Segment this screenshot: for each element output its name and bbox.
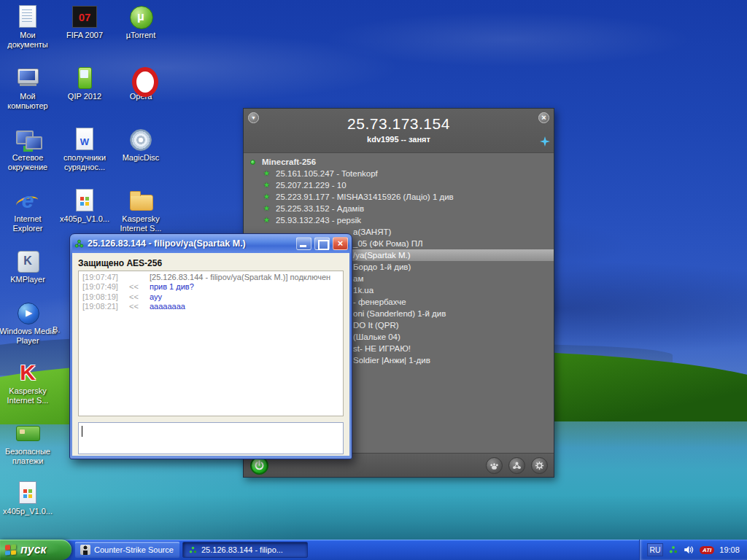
icon-label: Kaspersky Internet S... [0, 386, 55, 405]
member-row[interactable]: 25.223.91.177 - MISHA31415926 (Лаціо) 1 … [244, 191, 554, 203]
language-indicator[interactable]: RU [647, 543, 663, 556]
member-online-star-icon [263, 168, 270, 179]
settings-button[interactable] [531, 457, 548, 474]
fifa-2007-icon: 07 [72, 4, 97, 29]
setup-file-icon [15, 481, 40, 505]
minimize-button[interactable] [296, 237, 311, 250]
close-button[interactable] [333, 237, 348, 250]
message-direction: << [129, 302, 150, 311]
sparkle-icon [540, 136, 550, 147]
desktop-icon-fifa-2007[interactable]: 07 FIFA 2007 [57, 4, 112, 40]
taskbar: пуск Counter-Strike Source 25.126.83.144… [0, 540, 747, 560]
member-row[interactable]: 25.225.33.152 - Адамів [244, 203, 554, 214]
desktop-icon-kmplayer[interactable]: K KMPlayer [0, 249, 55, 284]
hamachi-menu-button[interactable] [248, 112, 259, 123]
encryption-status: Защищено AES-256 [72, 253, 349, 271]
chat-message: [19:07:49] << прив 1 див? [82, 282, 339, 292]
icon-label: Безопасные платежи [0, 447, 55, 465]
message-text: ауу [150, 292, 162, 302]
member-row[interactable]: 25.207.21.229 - 10 [244, 179, 554, 191]
start-button[interactable]: пуск [0, 540, 71, 560]
hamachi-own-ip: 25.73.173.154 [244, 109, 554, 133]
kmplayer-icon: K [15, 249, 40, 273]
message-direction [129, 273, 150, 282]
taskbar-task-chat-active[interactable]: 25.126.83.144 - filipo... [182, 542, 308, 558]
icon-label: Internet Explorer [0, 214, 55, 233]
folder-icon [128, 188, 153, 213]
desktop-icon-kaspersky-folder[interactable]: Kaspersky Internet S... [113, 188, 169, 233]
my-computer-icon [15, 66, 40, 90]
icon-label: Мой компьютер [0, 92, 55, 110]
volume-icon[interactable] [684, 545, 694, 555]
internet-explorer-icon: e [15, 188, 40, 213]
message-direction: << [129, 292, 150, 302]
message-direction: << [129, 282, 150, 292]
text-caret [82, 426, 82, 437]
chat-message: [19:08:19] << ауу [82, 292, 339, 302]
safe-payments-icon [15, 421, 40, 446]
icon-label: Мои документы [0, 31, 55, 49]
icon-label: Сетевое окружение [0, 153, 55, 171]
network-places-icon [15, 127, 40, 152]
desktop-icon-utorrent[interactable]: µ µTorrent [113, 4, 169, 40]
desktop-icon-x405p-2[interactable]: x405p_V1.0... [0, 481, 55, 516]
desktop-icon-word-document[interactable]: W сполучники суряднос... [57, 127, 112, 171]
icon-label: Kaspersky Internet S... [113, 214, 169, 233]
partially-hidden-icon-label[interactable]: B. [53, 325, 60, 334]
power-icon [254, 460, 265, 471]
desktop-icon-opera[interactable]: Opera [113, 66, 169, 101]
network-row[interactable]: Minecraft-256 [244, 156, 554, 168]
start-button-label: пуск [20, 543, 47, 556]
desktop-icon-my-computer[interactable]: Мой компьютер [0, 66, 55, 110]
desktop-icon-internet-explorer[interactable]: e Internet Explorer [0, 188, 55, 233]
gear-icon [534, 460, 545, 471]
hamachi-logo-icon [74, 238, 85, 249]
magicdisc-icon [128, 127, 153, 152]
member-online-star-icon [263, 214, 270, 226]
setup-file-icon [72, 188, 97, 213]
member-online-star-icon [263, 203, 270, 214]
message-text: прив 1 див? [150, 282, 194, 292]
ati-tray-icon[interactable]: ATI [700, 546, 714, 554]
counter-strike-icon [80, 545, 90, 555]
icon-label: Windows Media Player [0, 327, 57, 345]
desktop-icon-windows-media-player[interactable]: ▶ Windows Media Player [0, 300, 55, 345]
system-tray: RU ATI 19:08 [639, 540, 747, 560]
hamachi-header: 25.73.173.154 kdv1995 -- занят [244, 109, 554, 153]
taskbar-clock[interactable]: 19:08 [719, 545, 740, 554]
kaspersky-icon: K [15, 360, 40, 385]
desktop-icon-magicdisc[interactable]: MagicDisc [113, 127, 169, 163]
chat-message: [19:07:47] [25.126.83.144 - filipov/ya(S… [82, 273, 339, 282]
chat-input[interactable] [78, 422, 344, 454]
network-online-dot [250, 160, 255, 165]
hamachi-identity-status: kdv1995 -- занят [244, 135, 554, 144]
message-timestamp: [19:08:19] [82, 292, 129, 302]
utorrent-icon: µ [128, 4, 153, 29]
message-text: аааааааа [150, 302, 185, 311]
network-button[interactable] [508, 457, 525, 474]
desktop-icon-network-places[interactable]: Сетевое окружение [0, 127, 55, 171]
desktop-icon-kaspersky-app[interactable]: K Kaspersky Internet S... [0, 360, 55, 405]
desktop-icon-qip-2012[interactable]: QIP 2012 [57, 66, 112, 101]
chat-titlebar: 25.126.83.144 - filipov/ya(Spartak M.) [72, 234, 349, 253]
hamachi-tray-icon[interactable] [668, 545, 678, 555]
hamachi-close-button[interactable] [538, 112, 549, 123]
message-timestamp: [19:08:21] [82, 302, 129, 311]
chat-log[interactable]: [19:07:47] [25.126.83.144 - filipov/ya(S… [78, 271, 344, 416]
icon-label: µTorrent [113, 31, 169, 40]
icon-label: FIFA 2007 [57, 31, 112, 40]
chat-window-title: 25.126.83.144 - filipov/ya(Spartak M.) [88, 238, 293, 249]
chat-paw-button[interactable] [486, 457, 503, 474]
desktop-icon-safe-payments[interactable]: Безопасные платежи [0, 421, 55, 465]
icon-label: сполучники суряднос... [57, 153, 112, 171]
chat-message: [19:08:21] << аааааааа [82, 302, 339, 311]
member-row[interactable]: 25.93.132.243 - pepsik [244, 214, 554, 226]
desktop-icon-x405p[interactable]: x405p_V1.0... [57, 188, 112, 224]
maximize-button[interactable] [314, 237, 330, 250]
member-row[interactable]: 25.161.105.247 - Totenkopf [244, 168, 554, 179]
network-name: Minecraft-256 [262, 158, 316, 166]
desktop-icon-my-documents[interactable]: Мои документы [0, 4, 55, 49]
desktop: Мои документы Мой компьютер Сетевое окру… [0, 0, 747, 560]
icon-label: MagicDisc [113, 153, 169, 163]
taskbar-task-counter-strike[interactable]: Counter-Strike Source [75, 542, 179, 558]
